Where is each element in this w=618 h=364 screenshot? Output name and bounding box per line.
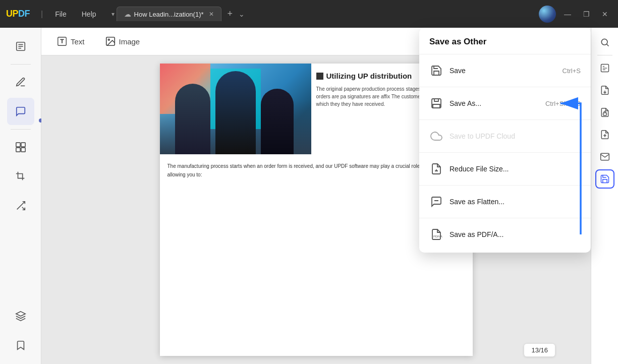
maximize-button[interactable]: ❐ xyxy=(579,8,594,20)
save-cloud-item[interactable]: Save to UPDF Cloud xyxy=(424,123,586,149)
svg-point-14 xyxy=(601,39,607,45)
pdf-heading: Utilizing UP distribution xyxy=(326,71,412,81)
save-as-other-section-4: Reduce File Size... xyxy=(419,153,591,186)
svg-rect-4 xyxy=(16,143,20,147)
svg-marker-10 xyxy=(16,312,25,316)
save-as-other-section-1: Save Ctrl+S xyxy=(419,54,591,87)
toolbar-text-label: Text xyxy=(71,37,85,46)
right-email-button[interactable] xyxy=(595,147,614,166)
ocr-icon xyxy=(600,63,610,73)
sidebar-item-organize[interactable] xyxy=(7,134,34,161)
save-as-other-section-6: PDF/A Save as PDF/A... xyxy=(419,218,591,253)
flatten-item-left: Save as Flatten... xyxy=(429,195,504,209)
tab-dropdown-arrow[interactable]: ▾ xyxy=(111,11,115,18)
sidebar-item-comment[interactable] xyxy=(7,98,34,125)
sidebar-item-convert[interactable] xyxy=(7,192,34,219)
save-cloud-item-label: Save to UPDF Cloud xyxy=(450,132,515,140)
save-icon xyxy=(600,174,610,184)
save-as-menu-icon xyxy=(430,97,442,109)
toolbar-image[interactable]: Image xyxy=(100,33,145,50)
menu-help[interactable]: Help xyxy=(77,8,101,20)
search-icon xyxy=(600,37,610,47)
save-item-left: Save xyxy=(429,64,466,78)
reduce-item-icon xyxy=(429,162,443,176)
share-icon xyxy=(600,130,610,140)
svg-rect-6 xyxy=(16,148,20,152)
tab-cloud-icon: ☁ xyxy=(124,10,131,18)
save-item[interactable]: Save Ctrl+S xyxy=(424,57,586,84)
avatar-image xyxy=(539,6,556,23)
right-protect-button[interactable] xyxy=(595,103,614,122)
right-share-button[interactable] xyxy=(595,125,614,144)
save-as-item-shortcut: Ctrl+Shift+S xyxy=(545,100,581,107)
protect-icon xyxy=(600,107,610,117)
menu-file[interactable]: File xyxy=(50,8,72,20)
sidebar-divider-1 xyxy=(11,64,31,65)
convert-icon xyxy=(15,200,26,211)
user-avatar[interactable] xyxy=(539,6,556,23)
flatten-item[interactable]: Save as Flatten... xyxy=(424,189,586,215)
workers-photo xyxy=(160,64,311,154)
reduce-item-left: Reduce File Size... xyxy=(429,162,509,176)
svg-rect-5 xyxy=(21,143,25,147)
right-sidebar xyxy=(591,28,618,364)
save-cloud-item-icon xyxy=(429,129,443,143)
comment-icon xyxy=(15,106,26,117)
sidebar-item-reader[interactable] xyxy=(7,33,34,60)
image-icon xyxy=(105,36,116,47)
app-logo: UPDF xyxy=(6,9,30,19)
save-cloud-item-left: Save to UPDF Cloud xyxy=(429,129,515,143)
active-tab[interactable]: ☁ How Leadin...ization(1)* ✕ xyxy=(117,7,221,21)
toolbar-text[interactable]: Text xyxy=(51,33,90,50)
save-as-item[interactable]: Save As... Ctrl+Shift+S xyxy=(424,90,586,116)
bullet-square xyxy=(316,73,323,80)
tab-close-button[interactable]: ✕ xyxy=(209,11,214,18)
person-2 xyxy=(215,71,256,154)
reduce-item-label: Reduce File Size... xyxy=(450,165,509,173)
save-item-icon xyxy=(429,64,443,78)
svg-rect-18 xyxy=(603,113,606,115)
sidebar-item-crop[interactable] xyxy=(7,163,34,190)
reader-icon xyxy=(15,41,26,52)
save-as-other-section-5: Save as Flatten... xyxy=(419,186,591,218)
right-search-button[interactable] xyxy=(595,33,614,52)
edit-icon xyxy=(15,77,26,88)
person-3 xyxy=(261,89,294,154)
page-indicator: 13/16 xyxy=(524,343,555,357)
sidebar-item-layers[interactable] xyxy=(7,302,34,330)
tab-overflow-button[interactable]: ⌄ xyxy=(239,10,245,18)
close-button[interactable]: ✕ xyxy=(598,8,612,20)
organize-icon xyxy=(15,142,26,153)
pdfa-item[interactable]: PDF/A Save as PDF/A... xyxy=(424,221,586,248)
sidebar-divider-2 xyxy=(11,129,31,130)
titlebar-divider: | xyxy=(41,10,43,19)
left-sidebar xyxy=(0,28,41,364)
right-ocr-button[interactable] xyxy=(595,58,614,78)
sidebar-item-bookmark[interactable] xyxy=(7,332,34,359)
pdfa-item-left: PDF/A Save as PDF/A... xyxy=(429,227,503,241)
save-as-item-icon xyxy=(429,96,443,110)
save-item-shortcut: Ctrl+S xyxy=(563,67,581,75)
pdfa-item-label: Save as PDF/A... xyxy=(450,230,503,238)
save-menu-icon xyxy=(430,65,442,77)
save-as-item-left: Save As... xyxy=(429,96,481,110)
save-as-other-panel: Save as Other Save Ctrl+S xyxy=(419,28,591,253)
sidebar-bottom xyxy=(7,302,34,359)
cloud-menu-icon xyxy=(430,130,442,142)
pdf-header-image xyxy=(160,64,311,154)
right-save-button[interactable] xyxy=(595,169,614,189)
reduce-menu-icon xyxy=(430,163,442,175)
tab-add-button[interactable]: + xyxy=(223,9,237,19)
crop-icon xyxy=(15,171,26,182)
save-as-other-title: Save as Other xyxy=(419,28,591,54)
right-import-button[interactable] xyxy=(595,81,614,100)
minimize-button[interactable]: — xyxy=(560,8,575,20)
layers-icon xyxy=(15,311,26,322)
tab-label: How Leadin...ization(1)* xyxy=(134,11,204,18)
svg-point-13 xyxy=(108,39,109,40)
titlebar: UPDF | File Help ▾ ☁ How Leadin...izatio… xyxy=(0,0,618,28)
reduce-item[interactable]: Reduce File Size... xyxy=(424,156,586,182)
sidebar-item-edit[interactable] xyxy=(7,69,34,96)
save-item-label: Save xyxy=(450,67,466,75)
tab-area: ▾ ☁ How Leadin...ization(1)* ✕ + ⌄ xyxy=(111,7,534,21)
